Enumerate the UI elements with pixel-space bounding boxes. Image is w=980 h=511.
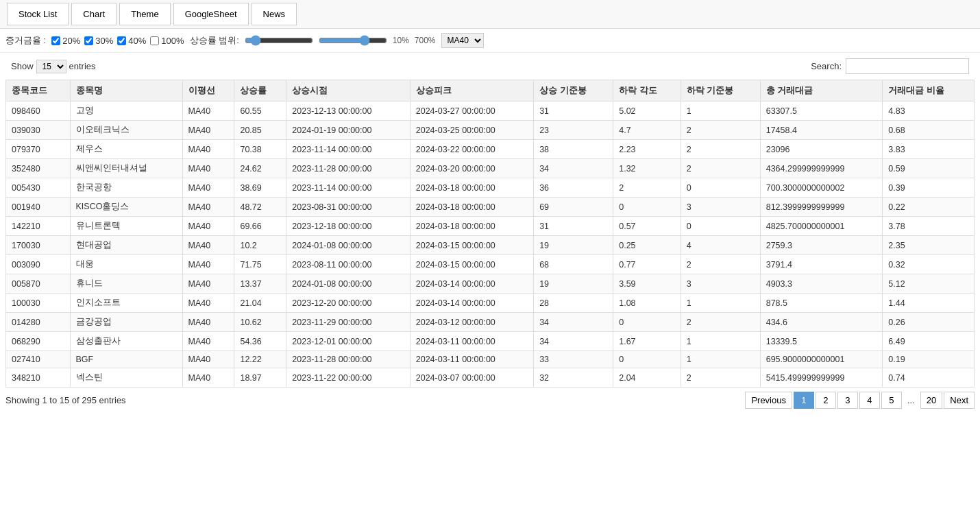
checkbox-100[interactable]: 100% — [150, 36, 184, 46]
table-cell-r3-c8: 2 — [681, 159, 760, 178]
page-btn-3[interactable]: 3 — [837, 392, 858, 409]
table-row: 014280금강공업MA4010.622023-11-29 00:00:0020… — [6, 313, 975, 332]
ma-select[interactable]: MA40 MA20 MA60 — [441, 33, 484, 48]
table-cell-r13-c2: MA40 — [182, 351, 234, 368]
page-buttons: Previous 1 2 3 4 5 ... 20 Next — [745, 392, 975, 409]
table-cell-r14-c6: 32 — [534, 368, 613, 388]
table-cell-r14-c9: 5415.499999999999 — [760, 368, 883, 388]
table-cell-r12-c3: 54.36 — [234, 332, 286, 351]
checkbox-40[interactable]: 40% — [117, 36, 146, 46]
table-cell-r5-c7: 0 — [613, 198, 681, 217]
table-cell-r13-c10: 0.19 — [883, 351, 975, 368]
table-row: 100030인지소프트MA4021.042023-12-20 00:00:002… — [6, 294, 975, 313]
checkbox-100-input[interactable] — [150, 36, 159, 45]
table-cell-r8-c3: 71.75 — [234, 255, 286, 274]
prev-button[interactable]: Previous — [745, 392, 792, 409]
col-header-code: 종목코드 — [6, 80, 71, 102]
tab-theme[interactable]: Theme — [119, 3, 170, 25]
table-cell-r9-c6: 19 — [534, 274, 613, 294]
table-row: 027410BGFMA4012.222023-11-28 00:00:00202… — [6, 351, 975, 368]
table-row: 348210넥스틴MA4018.972023-11-22 00:00:00202… — [6, 368, 975, 388]
table-cell-r14-c4: 2023-11-22 00:00:00 — [286, 368, 410, 388]
table-cell-r4-c6: 36 — [534, 178, 613, 198]
table-cell-r13-c6: 33 — [534, 351, 613, 368]
table-cell-r6-c6: 31 — [534, 217, 613, 236]
table-cell-r8-c1: 대웅 — [70, 255, 182, 274]
table-cell-r10-c7: 1.08 — [613, 294, 681, 313]
checkbox-20-input[interactable] — [51, 36, 60, 45]
table-cell-r8-c6: 68 — [534, 255, 613, 274]
table-cell-r6-c0: 142210 — [6, 217, 71, 236]
table-cell-r14-c0: 348210 — [6, 368, 71, 388]
table-cell-r1-c8: 2 — [681, 121, 760, 140]
table-cell-r4-c2: MA40 — [182, 178, 234, 198]
table-cell-r3-c3: 24.62 — [234, 159, 286, 178]
table-cell-r3-c6: 34 — [534, 159, 613, 178]
range-max-slider[interactable] — [319, 35, 387, 46]
table-cell-r1-c5: 2024-03-25 00:00:00 — [410, 121, 533, 140]
tab-chart[interactable]: Chart — [71, 3, 117, 25]
filter-bar: 증거금율 : 20% 30% 40% 100% 상승률 범위: 10% 700%… — [0, 29, 980, 53]
table-cell-r1-c6: 23 — [534, 121, 613, 140]
checkbox-20[interactable]: 20% — [51, 36, 80, 46]
table-cell-r0-c7: 5.02 — [613, 102, 681, 121]
table-cell-r11-c8: 2 — [681, 313, 760, 332]
search-input[interactable] — [846, 58, 969, 74]
table-header-row: 종목코드 종목명 이평선 상승률 상승시점 상승피크 상승 기준봉 하락 각도 … — [6, 80, 975, 102]
page-btn-5[interactable]: 5 — [881, 392, 902, 409]
page-btn-last[interactable]: 20 — [920, 392, 942, 409]
col-header-total-trade: 총 거래대금 — [760, 80, 883, 102]
tab-googlesheet[interactable]: GoogleSheet — [173, 3, 249, 25]
table-cell-r6-c10: 3.78 — [883, 217, 975, 236]
table-cell-r5-c5: 2024-03-18 00:00:00 — [410, 198, 533, 217]
table-cell-r4-c9: 700.3000000000002 — [760, 178, 883, 198]
table-cell-r12-c6: 34 — [534, 332, 613, 351]
col-header-name: 종목명 — [70, 80, 182, 102]
page-btn-1[interactable]: 1 — [794, 392, 814, 409]
table-cell-r11-c2: MA40 — [182, 313, 234, 332]
table-cell-r14-c7: 2.04 — [613, 368, 681, 388]
table-cell-r3-c1: 씨앤씨인터내셔널 — [70, 159, 182, 178]
table-cell-r7-c0: 170030 — [6, 236, 71, 255]
table-cell-r10-c6: 28 — [534, 294, 613, 313]
checkbox-30[interactable]: 30% — [84, 36, 113, 46]
table-cell-r14-c3: 18.97 — [234, 368, 286, 388]
table-cell-r13-c3: 12.22 — [234, 351, 286, 368]
range-min-slider[interactable] — [245, 35, 313, 46]
tab-stock-list[interactable]: Stock List — [7, 3, 69, 25]
table-cell-r0-c4: 2023-12-13 00:00:00 — [286, 102, 410, 121]
checkbox-30-input[interactable] — [84, 36, 93, 45]
table-cell-r12-c7: 1.67 — [613, 332, 681, 351]
table-cell-r0-c0: 098460 — [6, 102, 71, 121]
col-header-trade-ratio: 거래대금 비율 — [883, 80, 975, 102]
table-cell-r2-c6: 38 — [534, 140, 613, 159]
navbar: Stock List Chart Theme GoogleSheet News — [0, 0, 980, 29]
range-label: 상승률 범위: — [190, 34, 239, 47]
table-cell-r9-c8: 3 — [681, 274, 760, 294]
tab-news[interactable]: News — [252, 3, 297, 25]
table-cell-r11-c0: 014280 — [6, 313, 71, 332]
table-cell-r12-c4: 2023-12-01 00:00:00 — [286, 332, 410, 351]
table-cell-r9-c5: 2024-03-14 00:00:00 — [410, 274, 533, 294]
table-cell-r13-c4: 2023-11-28 00:00:00 — [286, 351, 410, 368]
table-cell-r14-c10: 0.74 — [883, 368, 975, 388]
show-label-before: Show — [11, 61, 34, 71]
table-cell-r2-c2: MA40 — [182, 140, 234, 159]
table-cell-r13-c9: 695.9000000000001 — [760, 351, 883, 368]
checkbox-40-input[interactable] — [117, 36, 126, 45]
table-cell-r8-c0: 003090 — [6, 255, 71, 274]
table-container: 종목코드 종목명 이평선 상승률 상승시점 상승피크 상승 기준봉 하락 각도 … — [0, 80, 980, 388]
page-btn-4[interactable]: 4 — [859, 392, 880, 409]
table-cell-r10-c3: 21.04 — [234, 294, 286, 313]
table-cell-r5-c8: 3 — [681, 198, 760, 217]
next-button[interactable]: Next — [944, 392, 975, 409]
page-btn-2[interactable]: 2 — [816, 392, 836, 409]
table-cell-r9-c3: 13.37 — [234, 274, 286, 294]
checkbox-30-label: 30% — [95, 36, 113, 46]
col-header-rise-time: 상승시점 — [286, 80, 410, 102]
col-header-rise-rate: 상승률 — [234, 80, 286, 102]
table-cell-r0-c2: MA40 — [182, 102, 234, 121]
showing-text: Showing 1 to 15 of 295 entries — [5, 395, 126, 405]
table-cell-r9-c9: 4903.3 — [760, 274, 883, 294]
entries-select[interactable]: 10 15 25 50 — [36, 60, 66, 73]
